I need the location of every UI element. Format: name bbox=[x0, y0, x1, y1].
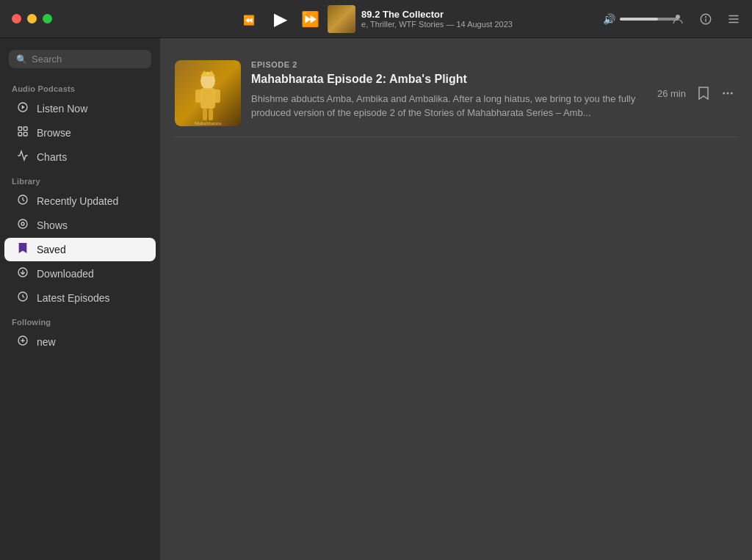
sidebar-item-charts[interactable]: Charts bbox=[4, 145, 156, 169]
sidebar-item-listen-now-label: Listen Now bbox=[37, 103, 87, 114]
audio-podcasts-label: Audio Podcasts bbox=[0, 77, 160, 96]
svg-rect-11 bbox=[24, 127, 27, 131]
sidebar-item-downloaded-label: Downloaded bbox=[37, 268, 94, 280]
traffic-lights bbox=[0, 14, 52, 23]
svg-point-4 bbox=[706, 16, 706, 17]
sidebar-item-new-label: new bbox=[37, 336, 56, 348]
close-button[interactable] bbox=[12, 14, 21, 23]
sidebar-item-saved-label: Saved bbox=[37, 244, 66, 255]
svg-point-37 bbox=[731, 92, 733, 95]
sidebar-item-latest-episodes-label: Latest Episodes bbox=[37, 292, 110, 304]
save-episode-button[interactable] bbox=[695, 84, 712, 103]
menu-button[interactable] bbox=[723, 8, 745, 30]
info-button[interactable] bbox=[695, 8, 717, 30]
sidebar-item-charts-label: Charts bbox=[37, 151, 67, 163]
svg-rect-7 bbox=[728, 21, 739, 23]
shows-icon bbox=[16, 218, 29, 233]
sidebar-item-new[interactable]: new bbox=[4, 330, 156, 354]
episode-options-button[interactable] bbox=[718, 84, 737, 103]
following-label: Following bbox=[0, 310, 160, 330]
rewind-button[interactable]: ⏪ bbox=[239, 7, 263, 31]
volume-icon: 🔊 bbox=[603, 13, 615, 25]
svg-rect-5 bbox=[728, 15, 739, 16]
player-episode-subtitle: e, Thriller, WTF Stories — 14 August 202… bbox=[361, 20, 513, 29]
sidebar-item-browse-label: Browse bbox=[37, 127, 71, 139]
svg-rect-30 bbox=[213, 90, 220, 103]
minimize-button[interactable] bbox=[27, 14, 37, 23]
player-episode-title: 89.2 The Collector bbox=[361, 9, 513, 20]
browse-icon bbox=[16, 126, 29, 140]
sidebar-item-recently-updated-label: Recently Updated bbox=[37, 195, 118, 207]
sidebar-item-shows-label: Shows bbox=[37, 219, 68, 231]
sidebar-item-shows[interactable]: Shows bbox=[4, 214, 156, 237]
listen-now-icon bbox=[16, 101, 29, 116]
svg-point-16 bbox=[21, 222, 24, 225]
episode-actions bbox=[695, 84, 737, 103]
svg-rect-10 bbox=[18, 127, 22, 131]
new-icon bbox=[16, 335, 29, 349]
play-button[interactable]: ▶ bbox=[269, 7, 292, 31]
player-info: 89.2 The Collector e, Thriller, WTF Stor… bbox=[361, 9, 513, 29]
svg-rect-32 bbox=[209, 109, 213, 120]
svg-point-1 bbox=[676, 15, 680, 19]
content-area: Mahabharata Episode 2 Mahabharata Episod… bbox=[160, 38, 752, 560]
header-icons bbox=[667, 8, 745, 30]
svg-rect-31 bbox=[203, 109, 207, 120]
svg-point-35 bbox=[723, 92, 725, 95]
svg-point-15 bbox=[18, 219, 27, 228]
player-artwork bbox=[328, 5, 355, 33]
forward-button[interactable]: ⏩ bbox=[298, 7, 322, 31]
svg-point-36 bbox=[727, 92, 729, 95]
episode-details: Episode 2 Mahabharata Episode 2: Amba's … bbox=[251, 60, 647, 120]
search-box: 🔍 bbox=[9, 50, 151, 68]
main: 🔍 Audio Podcasts Listen Now Browse Chart… bbox=[0, 38, 752, 560]
svg-text:⏪: ⏪ bbox=[243, 14, 256, 26]
svg-rect-12 bbox=[18, 132, 22, 136]
sidebar-item-saved[interactable]: Saved bbox=[4, 238, 156, 261]
sidebar-item-recently-updated[interactable]: Recently Updated bbox=[4, 189, 156, 213]
recently-updated-icon bbox=[16, 194, 29, 208]
player-center: ⏪ ▶ ⏩ 89.2 The Collector e, Thriller, WT… bbox=[239, 5, 513, 33]
sidebar-item-listen-now[interactable]: Listen Now bbox=[4, 97, 156, 120]
sidebar: 🔍 Audio Podcasts Listen Now Browse Chart… bbox=[0, 38, 160, 560]
downloaded-icon bbox=[16, 266, 29, 281]
episode-title: Mahabharata Episode 2: Amba's Plight bbox=[251, 72, 647, 87]
svg-rect-29 bbox=[195, 90, 203, 103]
sidebar-item-downloaded[interactable]: Downloaded bbox=[4, 262, 156, 286]
episode-artwork: Mahabharata bbox=[175, 60, 241, 126]
search-icon: 🔍 bbox=[16, 54, 27, 65]
svg-line-21 bbox=[23, 297, 24, 297]
episode-description: Bhishme abducts Amba, Ambika and Ambalik… bbox=[251, 92, 647, 120]
charts-icon bbox=[16, 150, 29, 164]
episode-meta: 26 min bbox=[657, 84, 737, 103]
episode-duration: 26 min bbox=[657, 88, 686, 99]
library-label: Library bbox=[0, 170, 160, 189]
titlebar: ⏪ ▶ ⏩ 89.2 The Collector e, Thriller, WT… bbox=[0, 0, 752, 38]
latest-episodes-icon bbox=[16, 291, 29, 305]
svg-rect-13 bbox=[24, 132, 27, 136]
saved-icon bbox=[16, 242, 29, 257]
episode-card: Mahabharata Episode 2 Mahabharata Episod… bbox=[175, 50, 737, 137]
sidebar-item-latest-episodes[interactable]: Latest Episodes bbox=[4, 286, 156, 310]
search-input[interactable] bbox=[32, 54, 144, 65]
episode-number: Episode 2 bbox=[251, 60, 647, 69]
maximize-button[interactable] bbox=[43, 14, 52, 23]
svg-text:Mahabharata: Mahabharata bbox=[195, 120, 222, 126]
svg-marker-9 bbox=[22, 105, 25, 109]
svg-rect-6 bbox=[728, 18, 739, 20]
account-button[interactable] bbox=[667, 8, 689, 30]
sidebar-item-browse[interactable]: Browse bbox=[4, 121, 156, 145]
